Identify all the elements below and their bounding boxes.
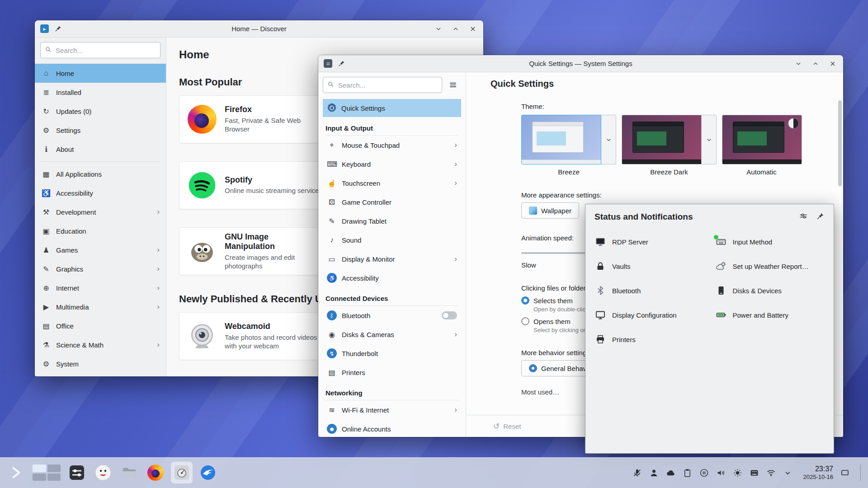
status-item-disks-devices[interactable]: Disks & Devices [710, 278, 830, 303]
application-launcher-icon[interactable] [5, 462, 27, 483]
sidebar-item[interactable]: ▭ Display & Monitor › [323, 249, 461, 268]
media-pause-icon[interactable] [699, 468, 709, 478]
minimize-icon[interactable] [793, 59, 803, 69]
brightness-icon[interactable] [733, 468, 743, 478]
cloud-sync-icon[interactable] [666, 468, 676, 478]
wallpaper-button[interactable]: Wallpaper [521, 202, 579, 219]
hamburger-menu-icon[interactable] [445, 77, 461, 93]
status-item-bluetooth[interactable]: Bluetooth [589, 278, 710, 303]
radio-unselected-icon[interactable] [521, 317, 529, 325]
app-name: Webcamoid [225, 322, 320, 332]
sidebar-item[interactable]: ᛒ Bluetooth [323, 306, 461, 325]
system-settings-titlebar[interactable]: Quick Settings — System Settings [318, 55, 843, 72]
status-item-rdp-server[interactable]: RDP Server [589, 230, 710, 254]
user-switcher-icon[interactable] [649, 468, 659, 478]
status-item-power-battery[interactable]: Power and Battery [710, 303, 830, 327]
sidebar-item[interactable]: ⌖ Mouse & Touchpad › [323, 136, 461, 155]
maximize-icon[interactable] [451, 24, 461, 34]
minimize-icon[interactable] [434, 24, 443, 34]
sidebar-item[interactable]: ⚙ Settings [35, 121, 166, 140]
sidebar-item[interactable]: ⌂ Home [35, 64, 166, 83]
sidebar-item-label: Game Controller [342, 198, 392, 206]
virtual-desktop-pager[interactable] [32, 464, 61, 482]
sidebar-item[interactable]: ↻ Updates (0) [35, 102, 166, 121]
toggles-app-icon[interactable] [66, 462, 88, 483]
sidebar-category-item[interactable]: ♿ Accessibility [35, 183, 166, 202]
discover-search-field[interactable] [40, 42, 160, 58]
sidebar-category-item[interactable]: ▶ Multimedia › [35, 297, 166, 316]
chevron-right-icon: › [157, 340, 160, 349]
status-item-display-configuration[interactable]: Display Configuration [589, 303, 710, 327]
sidebar-category-item[interactable]: ✎ Graphics › [35, 259, 166, 278]
close-icon[interactable] [828, 59, 838, 69]
search-input[interactable] [337, 81, 438, 89]
discover-titlebar[interactable]: ▸ Home — Discover [35, 20, 483, 38]
sidebar-item[interactable]: ✎ Drawing Tablet [323, 211, 461, 230]
clipboard-icon[interactable] [683, 468, 693, 478]
reset-button[interactable]: ↺ Reset [491, 421, 524, 432]
panel-edge-strip[interactable] [860, 465, 864, 481]
firefox-task-icon[interactable] [145, 462, 166, 483]
sidebar-item-quick-settings[interactable]: Quick Settings [323, 99, 461, 117]
pin-icon[interactable] [336, 59, 346, 69]
sidebar-category-item[interactable]: ▤ Office [35, 316, 166, 335]
theme-preview-breeze-dark[interactable] [622, 115, 702, 164]
theme-preview-automatic[interactable] [722, 115, 802, 164]
sidebar-item[interactable]: ◉ Disks & Cameras › [323, 325, 461, 344]
pin-icon[interactable] [816, 212, 825, 222]
sidebar-item[interactable]: ☻ Online Accounts [323, 419, 461, 437]
sidebar-item[interactable]: ↯ Thunderbolt [323, 344, 461, 363]
radio-selected-icon[interactable] [521, 296, 529, 305]
maximize-icon[interactable] [811, 59, 821, 69]
microphone-muted-icon[interactable] [632, 468, 642, 478]
sidebar-item[interactable]: ≋ Wi-Fi & Internet › [323, 400, 461, 419]
system-settings-task-icon[interactable] [171, 462, 193, 483]
status-item-vaults[interactable]: Vaults [589, 254, 710, 278]
sidebar-category-item[interactable]: ♟ Games › [35, 240, 166, 259]
keyboard-layout-icon[interactable] [750, 468, 760, 478]
sidebar-category-item[interactable]: ▣ Education [35, 221, 166, 240]
theme-breeze-dark-dropdown-icon[interactable] [702, 115, 717, 164]
settings-search-field[interactable] [323, 77, 442, 93]
theme-breeze-dropdown-icon[interactable] [601, 115, 616, 164]
status-item-weather[interactable]: Set up Weather Report… [710, 254, 830, 278]
show-desktop-icon[interactable] [840, 468, 850, 478]
sidebar-item[interactable]: ≣ Installed [35, 83, 166, 102]
sidebar-category-item[interactable]: ⚒ Development › [35, 202, 166, 221]
digital-clock[interactable]: 23:37 2025-10-16 [803, 465, 834, 481]
disks-cameras-icon: ◉ [327, 330, 337, 339]
bluetooth-toggle[interactable] [442, 311, 457, 319]
search-input[interactable] [55, 46, 156, 55]
sidebar-category-item[interactable]: ⊕ Internet › [35, 278, 166, 297]
pager-desktop-4[interactable] [47, 474, 61, 481]
sidebar-item[interactable]: ♿ Accessibility [323, 268, 461, 287]
volume-icon[interactable] [716, 468, 726, 478]
status-item-input-method[interactable]: Input Method [710, 230, 830, 254]
sidebar-item[interactable]: ☝ Touchscreen › [323, 174, 461, 192]
pager-desktop-1[interactable] [33, 465, 46, 472]
theme-preview-breeze[interactable] [521, 115, 601, 164]
sidebar-item-label: Settings [56, 127, 80, 134]
sidebar-category-item[interactable]: ⚗ Science & Math › [35, 335, 166, 354]
sidebar-item[interactable]: ♪ Sound [323, 230, 461, 249]
sidebar-item[interactable]: ▤ Printers [323, 363, 461, 382]
pager-desktop-2[interactable] [47, 465, 61, 472]
sidebar-item[interactable]: ⌨ Keyboard › [323, 155, 461, 174]
sidebar-category-item[interactable]: ⚙ System [35, 354, 166, 373]
configure-icon[interactable] [799, 211, 808, 222]
pin-icon[interactable] [53, 24, 63, 34]
media-player-app-icon[interactable] [92, 462, 114, 483]
file-manager-app-icon[interactable] [118, 462, 140, 483]
falkon-browser-icon[interactable] [197, 462, 219, 483]
sidebar-category-item[interactable]: ▦ All Applications [35, 164, 166, 183]
pager-desktop-3[interactable] [33, 474, 46, 481]
firefox-app-icon [188, 105, 217, 134]
scrollbar-thumb[interactable] [838, 100, 842, 186]
science-math-icon: ⚗ [41, 341, 51, 349]
sidebar-item[interactable]: ℹ About [35, 140, 166, 159]
status-item-printers[interactable]: Printers [589, 327, 710, 352]
network-wifi-icon[interactable] [766, 468, 776, 478]
close-icon[interactable] [468, 24, 478, 34]
expand-tray-icon[interactable] [783, 468, 793, 478]
sidebar-item[interactable]: ⚄ Game Controller [323, 192, 461, 211]
